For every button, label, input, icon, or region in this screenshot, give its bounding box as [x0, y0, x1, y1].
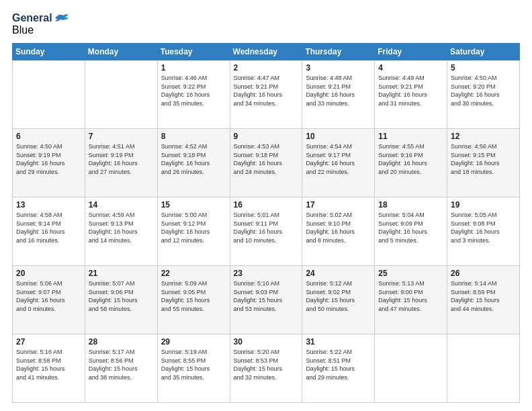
day-number: 24: [306, 269, 371, 278]
day-number: 15: [161, 200, 226, 210]
calendar-cell: 2Sunrise: 4:47 AM Sunset: 9:21 PM Daylig…: [230, 60, 302, 129]
calendar-cell: 9Sunrise: 4:53 AM Sunset: 9:18 PM Daylig…: [230, 129, 302, 197]
day-info: Sunrise: 4:55 AM Sunset: 9:16 PM Dayligh…: [378, 142, 443, 176]
day-info: Sunrise: 4:46 AM Sunset: 9:22 PM Dayligh…: [161, 74, 226, 107]
calendar-table: Sunday Monday Tuesday Wednesday Thursday…: [12, 43, 520, 403]
day-info: Sunrise: 5:14 AM Sunset: 8:59 PM Dayligh…: [451, 279, 516, 313]
day-info: Sunrise: 5:05 AM Sunset: 9:08 PM Dayligh…: [451, 211, 516, 244]
day-info: Sunrise: 5:00 AM Sunset: 9:12 PM Dayligh…: [161, 211, 226, 244]
calendar-cell: 28Sunrise: 5:17 AM Sunset: 8:56 PM Dayli…: [85, 334, 157, 403]
day-number: 21: [89, 269, 154, 278]
col-saturday: Saturday: [447, 44, 520, 60]
day-number: 8: [161, 132, 226, 141]
day-info: Sunrise: 4:47 AM Sunset: 9:21 PM Dayligh…: [234, 74, 299, 107]
day-info: Sunrise: 5:02 AM Sunset: 9:10 PM Dayligh…: [306, 211, 371, 244]
day-number: 18: [378, 200, 443, 210]
logo-bird-icon: [54, 13, 69, 24]
calendar-cell: 29Sunrise: 5:19 AM Sunset: 8:55 PM Dayli…: [157, 334, 230, 403]
calendar-cell: 8Sunrise: 4:52 AM Sunset: 9:18 PM Daylig…: [157, 129, 230, 197]
calendar-cell: 19Sunrise: 5:05 AM Sunset: 9:08 PM Dayli…: [447, 197, 520, 266]
day-number: 25: [378, 269, 443, 278]
day-number: 22: [161, 269, 226, 278]
day-number: 31: [306, 337, 371, 347]
calendar-cell: 30Sunrise: 5:20 AM Sunset: 8:53 PM Dayli…: [230, 334, 302, 403]
day-info: Sunrise: 5:19 AM Sunset: 8:55 PM Dayligh…: [161, 348, 226, 381]
day-info: Sunrise: 5:09 AM Sunset: 9:05 PM Dayligh…: [161, 279, 226, 313]
day-number: 30: [234, 337, 299, 347]
day-number: 19: [451, 200, 516, 210]
calendar-cell: 22Sunrise: 5:09 AM Sunset: 9:05 PM Dayli…: [157, 266, 230, 334]
day-info: Sunrise: 4:52 AM Sunset: 9:18 PM Dayligh…: [161, 142, 226, 176]
day-info: Sunrise: 4:51 AM Sunset: 9:19 PM Dayligh…: [89, 142, 154, 176]
calendar-header-row: Sunday Monday Tuesday Wednesday Thursday…: [13, 44, 520, 60]
logo-general-text: General: [12, 12, 52, 24]
calendar-cell: 31Sunrise: 5:22 AM Sunset: 8:51 PM Dayli…: [302, 334, 375, 403]
logo-blue-text: Blue: [12, 24, 34, 36]
col-monday: Monday: [85, 44, 157, 60]
calendar-week-row: 6Sunrise: 4:50 AM Sunset: 9:19 PM Daylig…: [13, 129, 520, 197]
calendar-cell: 4Sunrise: 4:49 AM Sunset: 9:21 PM Daylig…: [375, 60, 447, 129]
calendar-cell: 13Sunrise: 4:58 AM Sunset: 9:14 PM Dayli…: [13, 197, 85, 266]
day-info: Sunrise: 4:50 AM Sunset: 9:19 PM Dayligh…: [16, 142, 81, 176]
header: General Blue: [12, 12, 520, 36]
day-info: Sunrise: 4:49 AM Sunset: 9:21 PM Dayligh…: [378, 74, 443, 107]
day-info: Sunrise: 5:10 AM Sunset: 9:03 PM Dayligh…: [234, 279, 299, 313]
calendar-cell: 23Sunrise: 5:10 AM Sunset: 9:03 PM Dayli…: [230, 266, 302, 334]
calendar-cell: 11Sunrise: 4:55 AM Sunset: 9:16 PM Dayli…: [375, 129, 447, 197]
day-number: 23: [234, 269, 299, 278]
calendar-cell: 6Sunrise: 4:50 AM Sunset: 9:19 PM Daylig…: [13, 129, 85, 197]
calendar-cell: [13, 60, 85, 129]
col-friday: Friday: [375, 44, 447, 60]
day-info: Sunrise: 5:04 AM Sunset: 9:09 PM Dayligh…: [378, 211, 443, 244]
day-info: Sunrise: 4:56 AM Sunset: 9:15 PM Dayligh…: [451, 142, 516, 176]
day-number: 16: [234, 200, 299, 210]
calendar-cell: 18Sunrise: 5:04 AM Sunset: 9:09 PM Dayli…: [375, 197, 447, 266]
day-number: 28: [89, 337, 154, 347]
day-info: Sunrise: 4:50 AM Sunset: 9:20 PM Dayligh…: [451, 74, 516, 107]
day-number: 2: [234, 63, 299, 73]
col-wednesday: Wednesday: [230, 44, 302, 60]
calendar-week-row: 1Sunrise: 4:46 AM Sunset: 9:22 PM Daylig…: [13, 60, 520, 129]
day-number: 17: [306, 200, 371, 210]
day-number: 7: [89, 132, 154, 141]
day-info: Sunrise: 4:48 AM Sunset: 9:21 PM Dayligh…: [306, 74, 371, 107]
page: General Blue Sunday Monday Tuesday Wedne…: [0, 0, 532, 411]
day-number: 4: [378, 63, 443, 73]
day-info: Sunrise: 5:22 AM Sunset: 8:51 PM Dayligh…: [306, 348, 371, 381]
calendar-cell: 3Sunrise: 4:48 AM Sunset: 9:21 PM Daylig…: [302, 60, 375, 129]
calendar-cell: 20Sunrise: 5:06 AM Sunset: 9:07 PM Dayli…: [13, 266, 85, 334]
day-number: 29: [161, 337, 226, 347]
calendar-cell: 16Sunrise: 5:01 AM Sunset: 9:11 PM Dayli…: [230, 197, 302, 266]
calendar-cell: 15Sunrise: 5:00 AM Sunset: 9:12 PM Dayli…: [157, 197, 230, 266]
day-number: 10: [306, 132, 371, 141]
calendar-cell: 12Sunrise: 4:56 AM Sunset: 9:15 PM Dayli…: [447, 129, 520, 197]
calendar-cell: [85, 60, 157, 129]
day-number: 6: [16, 132, 81, 141]
day-number: 12: [451, 132, 516, 141]
day-info: Sunrise: 4:54 AM Sunset: 9:17 PM Dayligh…: [306, 142, 371, 176]
col-tuesday: Tuesday: [157, 44, 230, 60]
day-info: Sunrise: 5:06 AM Sunset: 9:07 PM Dayligh…: [16, 279, 81, 313]
col-sunday: Sunday: [13, 44, 85, 60]
calendar-cell: 5Sunrise: 4:50 AM Sunset: 9:20 PM Daylig…: [447, 60, 520, 129]
day-number: 5: [451, 63, 516, 73]
calendar-cell: [375, 334, 447, 403]
calendar-week-row: 20Sunrise: 5:06 AM Sunset: 9:07 PM Dayli…: [13, 266, 520, 334]
day-info: Sunrise: 4:59 AM Sunset: 9:13 PM Dayligh…: [89, 211, 154, 244]
calendar-cell: 10Sunrise: 4:54 AM Sunset: 9:17 PM Dayli…: [302, 129, 375, 197]
calendar-cell: 21Sunrise: 5:07 AM Sunset: 9:06 PM Dayli…: [85, 266, 157, 334]
calendar-cell: 26Sunrise: 5:14 AM Sunset: 8:59 PM Dayli…: [447, 266, 520, 334]
day-number: 11: [378, 132, 443, 141]
day-number: 1: [161, 63, 226, 73]
day-info: Sunrise: 5:20 AM Sunset: 8:53 PM Dayligh…: [234, 348, 299, 381]
day-number: 9: [234, 132, 299, 141]
day-number: 13: [16, 200, 81, 210]
calendar-cell: 14Sunrise: 4:59 AM Sunset: 9:13 PM Dayli…: [85, 197, 157, 266]
day-info: Sunrise: 5:17 AM Sunset: 8:56 PM Dayligh…: [89, 348, 154, 381]
day-info: Sunrise: 5:07 AM Sunset: 9:06 PM Dayligh…: [89, 279, 154, 313]
calendar-week-row: 13Sunrise: 4:58 AM Sunset: 9:14 PM Dayli…: [13, 197, 520, 266]
day-info: Sunrise: 4:53 AM Sunset: 9:18 PM Dayligh…: [234, 142, 299, 176]
col-thursday: Thursday: [302, 44, 375, 60]
day-number: 14: [89, 200, 154, 210]
calendar-cell: 1Sunrise: 4:46 AM Sunset: 9:22 PM Daylig…: [157, 60, 230, 129]
